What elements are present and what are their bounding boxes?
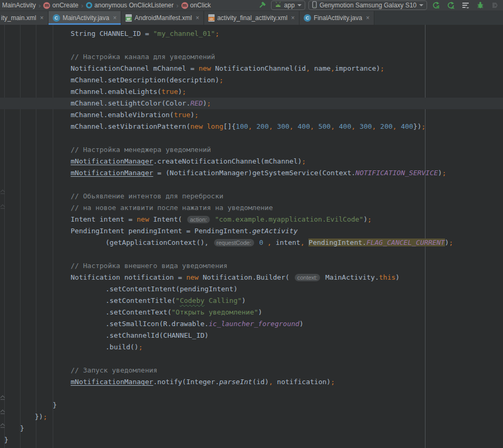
code-line[interactable]: String CHANNEL_ID = "my_channel_01"; [0, 28, 503, 40]
code-line[interactable]: mNotificationManager = (NotificationMana… [0, 167, 503, 179]
tab-close-icon[interactable]: × [113, 14, 117, 22]
code-token: 200 [380, 122, 392, 130]
code-token: 100 [236, 122, 248, 130]
android-icon [275, 2, 282, 9]
run-config-label: app [284, 2, 295, 9]
code-token: notification) [273, 378, 331, 386]
code-line[interactable]: // Настройка канала для уведомлений [0, 51, 503, 63]
run-config-selector[interactable]: app [271, 1, 305, 10]
tab-ity_main.xml[interactable]: ity_main.xml× [0, 11, 49, 25]
code-token: Intent( [149, 215, 186, 223]
code-line[interactable]: } [0, 423, 503, 434]
code-token: Intent intent = [71, 215, 137, 223]
code-token: mChannel.setLightColor(Color. [71, 99, 190, 107]
code-token [263, 239, 267, 246]
profiler-button[interactable] [460, 1, 471, 10]
chevron-down-icon [419, 4, 423, 6]
apply-code-changes-button[interactable]: A [445, 1, 457, 10]
code-line[interactable] [0, 179, 503, 190]
code-line[interactable]: NotificationChannel mChannel = new Notif… [0, 63, 503, 74]
code-token: ; [449, 239, 453, 246]
code-token: .build() [105, 343, 139, 351]
code-line[interactable]: mChannel.setVibrationPattern(new long[]{… [0, 121, 503, 132]
apply-changes-restart-button[interactable] [430, 1, 442, 10]
code-editor[interactable]: String CHANNEL_ID = "my_channel_01";// Н… [0, 25, 503, 448]
code-line[interactable]: Intent intent = new Intent( action: "com… [0, 214, 503, 225]
code-line[interactable]: } [0, 434, 503, 446]
code-line[interactable] [0, 249, 503, 260]
code-line[interactable]: mNotificationManager.notify(Integer.pars… [0, 376, 503, 388]
attach-debugger-button[interactable] [489, 1, 501, 10]
code-token: 400 [401, 122, 413, 130]
code-token: .createNotificationChannel(mChannel) [153, 157, 302, 165]
code-line[interactable]: .setContentIntent(pendingIntent) [0, 283, 503, 295]
debug-button[interactable] [475, 1, 486, 10]
java-class-icon: C [53, 14, 60, 22]
code-line[interactable] [0, 132, 503, 144]
build-hammer-icon[interactable] [256, 1, 268, 10]
anonymous-class-icon [86, 2, 92, 8]
tab-AndroidManifest.xml[interactable]: MFAndroidManifest.xml× [121, 11, 204, 25]
code-line[interactable]: // Запуск уведомления [0, 365, 503, 376]
code-line[interactable]: mChannel.setLightColor(Color.RED); [0, 98, 503, 109]
breadcrumb-item[interactable]: monCreate [42, 2, 79, 9]
device-selector[interactable]: Genymotion Samsung Galaxy S10 [308, 1, 427, 10]
fold-marker-icon[interactable] [0, 423, 5, 429]
code-token: .notify(Integer. [153, 378, 219, 386]
tab-MainActivity.java[interactable]: CMainActivity.java× [49, 11, 122, 25]
code-token: , [331, 64, 335, 72]
code-line[interactable]: PendingIntent pendingIntent = PendingInt… [0, 225, 503, 237]
code-token: true [174, 111, 190, 119]
run-toolbar: app Genymotion Samsung Galaxy S10 [256, 1, 501, 10]
code-line[interactable]: Notification notification = new Notifica… [0, 272, 503, 283]
code-line[interactable]: (getApplicationContext(), requestCode: 0… [0, 237, 503, 249]
code-line[interactable]: .setChannelId(CHANNEL_ID) [0, 330, 503, 341]
code-token: } [20, 424, 24, 432]
code-line[interactable]: mNotificationManager.createNotificationC… [0, 156, 503, 167]
tab-close-icon[interactable]: × [366, 14, 370, 22]
code-line[interactable]: } [0, 399, 503, 411]
code-line[interactable]: .setContentText("Открыть уведомление") [0, 307, 503, 318]
tab-activity_final_acttivity.xml[interactable]: </>activity_final_acttivity.xml× [204, 11, 299, 25]
fold-marker-icon[interactable] [0, 395, 5, 401]
code-line[interactable]: // Настройка менеджера уведомлений [0, 144, 503, 156]
code-token: " [176, 297, 180, 304]
code-token: , [331, 122, 339, 130]
code-line[interactable]: }); [0, 411, 503, 423]
tab-close-icon[interactable]: × [40, 14, 44, 22]
tab-close-icon[interactable]: × [291, 14, 295, 22]
code-line[interactable] [0, 40, 503, 51]
code-token: , [310, 122, 318, 130]
fold-marker-icon[interactable] [0, 409, 5, 415]
code-token: new [137, 215, 149, 223]
code-line[interactable]: .setSmallIcon(R.drawable.ic_launcher_for… [0, 318, 503, 330]
code-line[interactable]: // на новое активити после нажатия на ув… [0, 202, 503, 214]
breadcrumb-item[interactable]: monClick [180, 2, 212, 9]
code-lines: String CHANNEL_ID = "my_channel_01";// Н… [0, 28, 503, 446]
code-line[interactable]: mChannel.enableVibration(true); [0, 109, 503, 121]
code-line[interactable]: .setContentTitle("Codeby Calling") [0, 295, 503, 307]
code-line[interactable] [0, 388, 503, 399]
code-line[interactable] [0, 353, 503, 365]
code-token: context: [295, 274, 321, 281]
breadcrumb-item[interactable]: anonymous OnClickListener [85, 2, 175, 9]
code-token: Notification.Builder( [199, 273, 294, 281]
code-token: Codeby [180, 297, 205, 304]
code-line[interactable]: // Настройка внешнего вида уведомления [0, 260, 503, 272]
fold-marker-icon[interactable] [0, 204, 5, 210]
code-line[interactable]: mChannel.enableLights(true); [0, 86, 503, 98]
code-token: ; [43, 413, 47, 421]
tab-FinalActtivity.java[interactable]: CFinalActtivity.java× [299, 11, 374, 25]
code-token: FLAG_CANCEL_CURRENT [366, 239, 445, 246]
tab-close-icon[interactable]: × [196, 14, 199, 22]
code-line[interactable]: .build(); [0, 341, 503, 353]
code-line[interactable]: // Обьявление интентов для переброски [0, 190, 503, 202]
breadcrumb-label: MainActivity [2, 2, 36, 9]
breadcrumb-label: onCreate [52, 2, 78, 9]
code-line[interactable]: mChannel.setDescription(description); [0, 74, 503, 86]
fold-marker-icon[interactable] [0, 189, 5, 195]
breadcrumb-item[interactable]: MainActivity [1, 2, 37, 9]
code-token: mNotificationManager [71, 378, 153, 386]
breadcrumb-label: onClick [190, 2, 211, 9]
code-token: parseInt [219, 378, 253, 386]
